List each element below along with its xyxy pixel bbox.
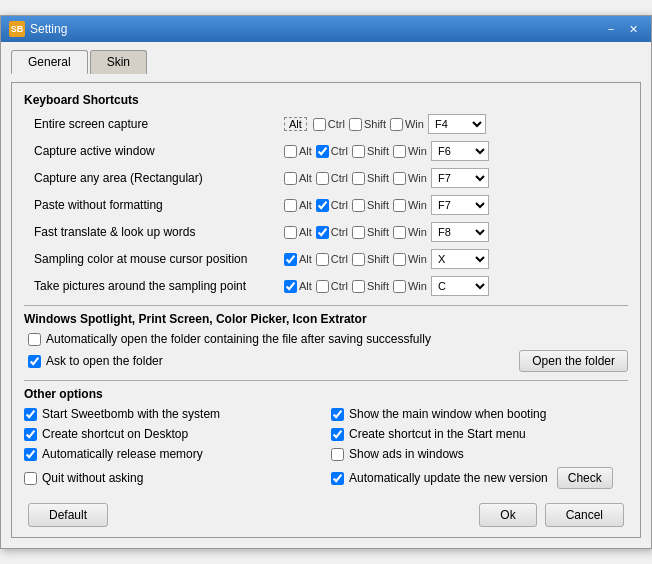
shortcut-row: Take pictures around the sampling point … bbox=[24, 275, 628, 297]
mod-alt-checkbox[interactable] bbox=[284, 226, 297, 239]
key-select[interactable]: F4 bbox=[428, 114, 486, 134]
mod-win-label: Win bbox=[408, 226, 427, 238]
key-select[interactable]: C bbox=[431, 276, 489, 296]
mod-shift: Shift bbox=[352, 199, 389, 212]
key-select[interactable]: F7 bbox=[431, 195, 489, 215]
mod-win-checkbox[interactable] bbox=[393, 172, 406, 185]
shortcut-label: Fast translate & look up words bbox=[24, 225, 284, 239]
mod-ctrl-checkbox[interactable] bbox=[316, 253, 329, 266]
other-options-title: Other options bbox=[24, 387, 628, 401]
mod-ctrl-checkbox[interactable] bbox=[313, 118, 326, 131]
option-checkbox-5[interactable] bbox=[331, 448, 344, 461]
mod-shift-checkbox[interactable] bbox=[352, 145, 365, 158]
key-select[interactable]: F7 bbox=[431, 168, 489, 188]
auto-open-checkbox[interactable] bbox=[28, 333, 41, 346]
option-checkbox-3[interactable] bbox=[331, 428, 344, 441]
mod-win-checkbox[interactable] bbox=[393, 199, 406, 212]
mod-shift-checkbox[interactable] bbox=[352, 226, 365, 239]
cancel-button[interactable]: Cancel bbox=[545, 503, 624, 527]
mod-alt-checkbox[interactable] bbox=[284, 172, 297, 185]
other-option-row: Create shortcut on Desktop bbox=[24, 427, 321, 441]
open-folder-button[interactable]: Open the folder bbox=[519, 350, 628, 372]
mod-shift: Shift bbox=[352, 226, 389, 239]
option-label-1: Show the main window when booting bbox=[349, 407, 546, 421]
mod-alt-checkbox[interactable] bbox=[284, 145, 297, 158]
titlebar-buttons: − ✕ bbox=[601, 20, 643, 38]
mod-win: Win bbox=[393, 280, 427, 293]
mod-shift: Shift bbox=[352, 145, 389, 158]
shortcut-modifiers: Alt Ctrl Shift Win F7 bbox=[284, 195, 628, 215]
mod-ctrl-label: Ctrl bbox=[328, 118, 345, 130]
mod-alt: Alt bbox=[284, 172, 312, 185]
minimize-button[interactable]: − bbox=[601, 20, 621, 38]
mod-ctrl: Ctrl bbox=[313, 118, 345, 131]
other-option-row: Automatically release memory bbox=[24, 447, 321, 461]
mod-shift-checkbox[interactable] bbox=[352, 253, 365, 266]
mod-ctrl-label: Ctrl bbox=[331, 172, 348, 184]
default-button[interactable]: Default bbox=[28, 503, 108, 527]
option-checkbox-1[interactable] bbox=[331, 408, 344, 421]
alt-dashed-box: Alt bbox=[284, 117, 307, 131]
shortcut-modifiers: Alt Ctrl Shift Win X bbox=[284, 249, 628, 269]
mod-win-checkbox[interactable] bbox=[393, 226, 406, 239]
mod-win-checkbox[interactable] bbox=[393, 280, 406, 293]
mod-shift-label: Shift bbox=[364, 118, 386, 130]
mod-win-checkbox[interactable] bbox=[393, 253, 406, 266]
auto-open-row: Automatically open the folder containing… bbox=[24, 332, 628, 346]
key-select[interactable]: F6 bbox=[431, 141, 489, 161]
shortcut-row: Entire screen capture Alt Ctrl Shift Win… bbox=[24, 113, 628, 135]
mod-shift-checkbox[interactable] bbox=[352, 199, 365, 212]
mod-win-label: Win bbox=[408, 280, 427, 292]
mod-shift-checkbox[interactable] bbox=[352, 280, 365, 293]
mod-ctrl-checkbox[interactable] bbox=[316, 172, 329, 185]
mod-ctrl-checkbox[interactable] bbox=[316, 280, 329, 293]
option-label-4: Automatically release memory bbox=[42, 447, 203, 461]
mod-ctrl-checkbox[interactable] bbox=[316, 199, 329, 212]
mod-shift-checkbox[interactable] bbox=[352, 172, 365, 185]
option-checkbox-4[interactable] bbox=[24, 448, 37, 461]
mod-ctrl-label: Ctrl bbox=[331, 280, 348, 292]
keyboard-shortcuts-title: Keyboard Shortcuts bbox=[24, 93, 628, 107]
mod-win-checkbox[interactable] bbox=[393, 145, 406, 158]
check-button[interactable]: Check bbox=[557, 467, 613, 489]
mod-ctrl-label: Ctrl bbox=[331, 199, 348, 211]
option-label-2: Create shortcut on Desktop bbox=[42, 427, 188, 441]
mod-win: Win bbox=[393, 172, 427, 185]
spotlight-title: Windows Spotlight, Print Screen, Color P… bbox=[24, 312, 628, 326]
key-select[interactable]: F8 bbox=[431, 222, 489, 242]
tab-skin[interactable]: Skin bbox=[90, 50, 147, 74]
mod-win-label: Win bbox=[408, 253, 427, 265]
mod-ctrl-checkbox[interactable] bbox=[316, 226, 329, 239]
mod-win-label: Win bbox=[408, 199, 427, 211]
mod-alt: Alt bbox=[284, 226, 312, 239]
shortcut-row: Capture any area (Rectangular) Alt Ctrl … bbox=[24, 167, 628, 189]
content-area: General Skin Keyboard Shortcuts Entire s… bbox=[1, 42, 651, 548]
mod-alt-label: Alt bbox=[299, 280, 312, 292]
mod-shift-checkbox[interactable] bbox=[349, 118, 362, 131]
mod-win: Win bbox=[390, 118, 424, 131]
mod-ctrl: Ctrl bbox=[316, 199, 348, 212]
option-checkbox-7[interactable] bbox=[331, 472, 344, 485]
shortcut-modifiers: Alt Ctrl Shift Win F8 bbox=[284, 222, 628, 242]
spotlight-section: Windows Spotlight, Print Screen, Color P… bbox=[24, 312, 628, 372]
option-checkbox-0[interactable] bbox=[24, 408, 37, 421]
shortcut-modifiers: Alt Ctrl Shift Win F6 bbox=[284, 141, 628, 161]
mod-alt-checkbox[interactable] bbox=[284, 253, 297, 266]
app-icon: SB bbox=[9, 21, 25, 37]
mod-alt-checkbox[interactable] bbox=[284, 280, 297, 293]
auto-open-label: Automatically open the folder containing… bbox=[46, 332, 431, 346]
mod-ctrl-label: Ctrl bbox=[331, 145, 348, 157]
option-checkbox-2[interactable] bbox=[24, 428, 37, 441]
ask-open-checkbox[interactable] bbox=[28, 355, 41, 368]
close-button[interactable]: ✕ bbox=[623, 20, 643, 38]
mod-ctrl-label: Ctrl bbox=[331, 226, 348, 238]
mod-shift-label: Shift bbox=[367, 145, 389, 157]
mod-alt-checkbox[interactable] bbox=[284, 199, 297, 212]
key-select[interactable]: X bbox=[431, 249, 489, 269]
mod-ctrl-checkbox[interactable] bbox=[316, 145, 329, 158]
ok-button[interactable]: Ok bbox=[479, 503, 536, 527]
option-checkbox-6[interactable] bbox=[24, 472, 37, 485]
ask-open-label: Ask to open the folder bbox=[46, 354, 163, 368]
tab-general[interactable]: General bbox=[11, 50, 88, 74]
mod-win-checkbox[interactable] bbox=[390, 118, 403, 131]
